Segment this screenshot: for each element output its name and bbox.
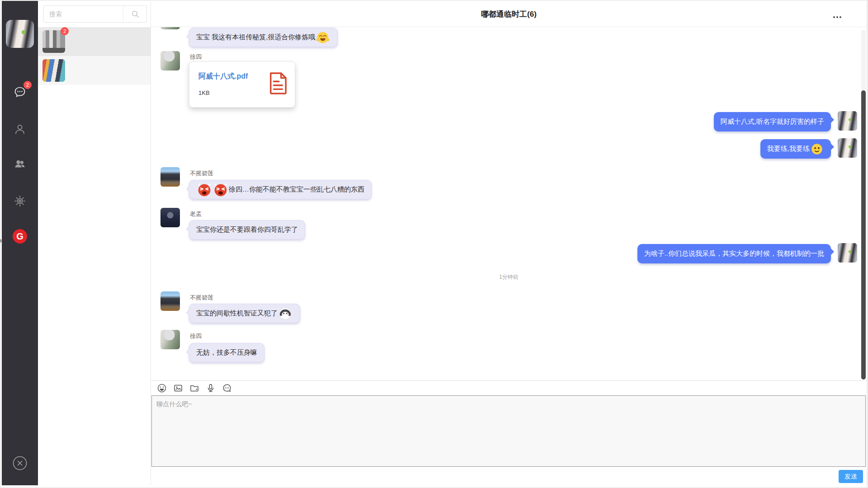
message-text: 无妨，技多不压身嘛 [196, 348, 257, 357]
page-title: 哪都通临时工(6) [151, 9, 867, 19]
search-box [43, 5, 147, 23]
app-sidebar: 2 G [2, 1, 38, 485]
more-ellipsis-icon[interactable] [831, 14, 843, 20]
sender-name: 徐四 [190, 333, 202, 339]
scrollbar-thumb[interactable] [861, 90, 866, 380]
group-icon[interactable] [12, 156, 28, 172]
conversation-panel: 哪都通临时工(6) 宝宝 我这有本祖传秘笈,很适合你修炼哦 徐四阿威十八式.pd… [151, 1, 867, 485]
folder-icon[interactable] [189, 383, 200, 394]
message-bubble: 我要练,我要练 [760, 139, 831, 159]
message-bubble: 宝宝的间歇性机智证又犯了 [189, 304, 300, 323]
message-text: 宝宝你还是不要跟着你四哥乱学了 [196, 225, 298, 234]
close-circle-icon[interactable] [12, 455, 28, 471]
mic-icon[interactable] [205, 383, 216, 394]
sender-name: 老孟 [190, 211, 202, 217]
laomeng-avatar[interactable] [160, 208, 180, 227]
sender-name: 不摇碧莲 [190, 294, 213, 301]
message-bubble: 无妨，技多不压身嘛 [189, 343, 264, 362]
rage-face-emoji [213, 183, 228, 197]
chat-list-item[interactable] [38, 56, 151, 85]
sender-name: 徐四 [190, 53, 202, 60]
sender-name: 不摇碧莲 [190, 170, 213, 177]
conversation-header: 哪都通临时工(6) [151, 1, 867, 27]
penguin-sticker-emoji [278, 307, 292, 320]
message-text: 阿威十八式,听名字就好厉害的样子 [721, 117, 824, 126]
nadutong-group-avatar: 2 [42, 30, 65, 53]
message-text: 宝宝的间歇性机智证又犯了 [196, 309, 278, 318]
search-icon[interactable] [123, 6, 146, 22]
message-bubble: 徐四…你能不能不教宝宝一些乱七八糟的东西 [189, 180, 372, 199]
bilian-avatar[interactable] [160, 167, 180, 187]
xusi-avatar[interactable] [160, 27, 180, 29]
unread-badge: 2 [24, 81, 32, 89]
message-text: 我要练,我要练 [767, 145, 810, 153]
rage-face-emoji [197, 183, 212, 197]
app-logo[interactable]: G [13, 229, 27, 244]
message-bubble: 宝宝你还是不要跟着你四哥乱学了 [189, 220, 305, 239]
emoji-icon[interactable] [156, 383, 167, 394]
bilian-avatar[interactable] [160, 291, 180, 311]
ganfan-group-avatar [42, 59, 65, 82]
laughing-face-emoji [316, 31, 330, 44]
settings-gear-icon[interactable] [12, 193, 28, 209]
unread-badge: 2 [61, 27, 69, 35]
xusi-avatar[interactable] [160, 330, 180, 349]
chat-list-panel: 2 [38, 1, 151, 485]
xusi-avatar[interactable] [160, 51, 180, 70]
composer: 发送 [151, 380, 867, 485]
send-button[interactable]: 发送 [839, 470, 863, 483]
file-size: 1KB [198, 89, 210, 96]
contacts-icon[interactable] [12, 121, 28, 137]
sms-icon[interactable] [222, 383, 232, 394]
timestamp: 1分钟前 [151, 273, 867, 281]
chat-list-item[interactable]: 2 [38, 27, 151, 56]
file-name[interactable]: 阿威十八式.pdf [198, 72, 248, 81]
message-text: 徐四…你能不能不教宝宝一些乱七八糟的东西 [229, 185, 364, 194]
user-avatar[interactable] [838, 243, 857, 263]
search-input[interactable] [44, 6, 123, 22]
user-avatar[interactable] [838, 111, 857, 131]
chat-bubble-icon[interactable]: 2 [12, 84, 28, 100]
message-text: 宝宝 我这有本祖传秘笈,很适合你修炼哦 [196, 33, 315, 42]
collapse-arrow-icon[interactable] [0, 239, 2, 243]
file-message-card[interactable]: 阿威十八式.pdf1KB [189, 61, 295, 108]
message-text: 为啥子..你们总说我呆瓜，其实大多的时候，我都机制的一批 [644, 249, 824, 258]
silly-face-emoji [811, 143, 823, 155]
message-bubble: 为啥子..你们总说我呆瓜，其实大多的时候，我都机制的一批 [637, 244, 831, 263]
message-bubble: 阿威十八式,听名字就好厉害的样子 [714, 112, 831, 131]
message-bubble: 宝宝 我这有本祖传秘笈,很适合你修炼哦 [189, 28, 338, 47]
avatar[interactable] [6, 20, 34, 48]
image-icon[interactable] [173, 383, 184, 394]
message-list: 宝宝 我这有本祖传秘笈,很适合你修炼哦 徐四阿威十八式.pdf1KB阿威十八式,… [151, 27, 867, 380]
user-avatar[interactable] [838, 138, 857, 158]
composer-toolbar [156, 381, 232, 395]
pdf-file-icon [269, 72, 288, 94]
message-input[interactable] [151, 395, 866, 467]
